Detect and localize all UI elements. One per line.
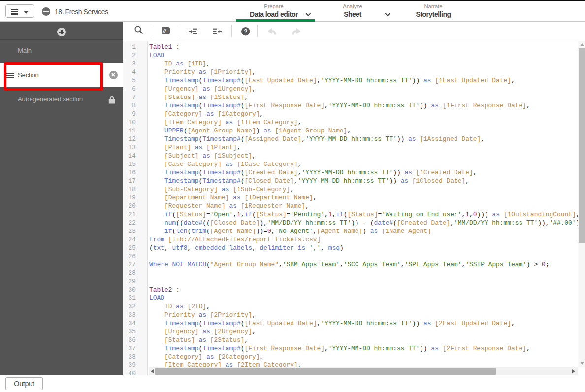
svg-text:?: ? [244, 28, 247, 35]
